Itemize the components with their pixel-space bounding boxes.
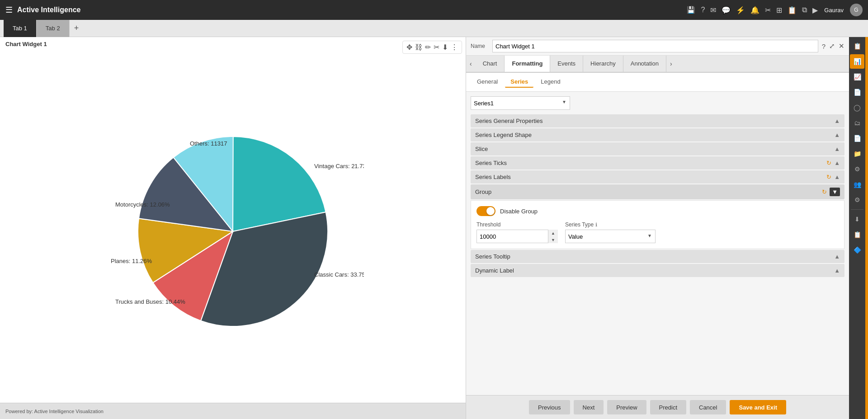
section-expand-icon[interactable]: ▼ (830, 188, 840, 196)
topbar-icons: 💾 ? ✉ 💬 ⚡ 🔔 ✂ ⊞ 📋 ⧉ ▶ (687, 6, 818, 14)
subtab-series[interactable]: Series (505, 76, 533, 88)
topbar-right: 💾 ? ✉ 💬 ⚡ 🔔 ✂ ⊞ 📋 ⧉ ▶ Gaurav G (687, 4, 863, 16)
subtab-legend[interactable]: Legend (535, 76, 566, 88)
section-series-labels[interactable]: Series Labels ↻ ▲ (471, 170, 844, 184)
layout-icon[interactable]: 📋 (788, 6, 797, 14)
add-tab-button[interactable]: + (70, 24, 84, 33)
panel-expand-icon[interactable]: ⤢ (829, 42, 835, 50)
sidebar-icon-4[interactable]: ◯ (850, 100, 864, 115)
sidebar-icon-0[interactable]: 📋 (850, 39, 864, 53)
play-icon[interactable]: ▶ (812, 6, 818, 14)
sidebar-icon-9[interactable]: 👥 (850, 177, 864, 192)
vintage-cars-label: Vintage Cars: 21.73% (314, 163, 364, 169)
previous-button[interactable]: Previous (529, 400, 570, 414)
series-type-select[interactable]: Value Percentage (565, 230, 656, 243)
tab-formatting[interactable]: Formatting (505, 56, 550, 73)
section-collapse-icon[interactable]: ▲ (834, 132, 840, 138)
edit-icon[interactable]: ✏ (425, 43, 431, 52)
panel-content: Series1 Series General Properties ▲ Seri… (466, 92, 849, 395)
section-collapse-icon[interactable]: ▲ (834, 267, 840, 274)
section-dynamic-label[interactable]: Dynamic Label ▲ (471, 264, 844, 277)
sub-tabs: General Series Legend (466, 73, 849, 92)
section-series-tooltip[interactable]: Series Tooltip ▲ (471, 250, 844, 263)
cancel-button[interactable]: Cancel (690, 400, 726, 414)
toggle-row: Disable Group (476, 206, 839, 216)
predict-button[interactable]: Predict (650, 400, 686, 414)
tab-1[interactable]: Tab 1 (4, 20, 37, 37)
panel-name-input[interactable] (492, 40, 818, 52)
section-series-legend[interactable]: Series Legend Shape ▲ (471, 128, 844, 141)
subtab-general[interactable]: General (472, 76, 503, 88)
filter-icon[interactable]: ⚡ (736, 6, 745, 14)
save-icon[interactable]: 💾 (687, 6, 695, 14)
sidebar-icon-3[interactable]: 📄 (850, 85, 864, 99)
mail-icon[interactable]: ✉ (710, 6, 716, 14)
series-type-group: Series Type ℹ Value Percentage (565, 221, 656, 243)
sidebar-icon-8[interactable]: ⚙ (850, 162, 864, 176)
others-label: Others: 11317 (190, 140, 227, 147)
classic-cars-label: Classic Cars: 33.75% (314, 271, 364, 278)
user-name: Gaurav (824, 7, 844, 14)
next-button[interactable]: Next (574, 400, 604, 414)
sidebar-icon-5[interactable]: 🗂 (850, 116, 864, 130)
tab-events[interactable]: Events (550, 56, 583, 72)
sidebar-icon-7[interactable]: 📁 (850, 146, 864, 161)
section-collapse-icon[interactable]: ▲ (834, 253, 840, 260)
section-collapse-icon[interactable]: ▲ (834, 174, 840, 180)
tab-2[interactable]: Tab 2 (37, 20, 70, 37)
move-icon[interactable]: ✥ (406, 43, 412, 52)
filter2-icon[interactable]: 🔔 (750, 6, 760, 14)
series-select[interactable]: Series1 (471, 96, 570, 110)
copy-icon[interactable]: ⧉ (802, 6, 807, 14)
save-exit-button[interactable]: Save and Exit (730, 400, 786, 414)
toggle-knob (486, 207, 495, 215)
section-series-general[interactable]: Series General Properties ▲ (471, 114, 844, 127)
info-icon: ℹ (595, 222, 597, 228)
section-series-ticks[interactable]: Series Ticks ↻ ▲ (471, 156, 844, 169)
panel-close-icon[interactable]: ✕ (839, 42, 844, 50)
tab-annotation[interactable]: Annotation (623, 56, 666, 72)
link-icon[interactable]: ⛓ (415, 43, 422, 52)
cut-icon[interactable]: ✂ (434, 43, 439, 52)
sidebar-icon-11[interactable]: ⬇ (850, 212, 864, 226)
grid-icon[interactable]: ⊞ (776, 6, 782, 14)
section-group[interactable]: Group ↻ ▼ (471, 184, 844, 199)
more-icon[interactable]: ⋮ (451, 43, 458, 52)
section-collapse-icon[interactable]: ▲ (834, 160, 840, 166)
widget-toolbar: ✥ ⛓ ✏ ✂ ⬇ ⋮ (402, 41, 462, 54)
preview-button[interactable]: Preview (607, 400, 646, 414)
disable-group-toggle[interactable] (476, 206, 495, 216)
sidebar-icon-2[interactable]: 📈 (850, 70, 864, 84)
hamburger-icon[interactable]: ☰ (5, 5, 13, 15)
refresh-icon[interactable]: ↻ (826, 174, 831, 180)
spinner-btns: ▲ ▼ (548, 230, 558, 243)
section-collapse-icon[interactable]: ▲ (834, 146, 840, 152)
refresh-icon[interactable]: ↻ (822, 188, 827, 195)
settings-icon[interactable]: ✂ (765, 6, 771, 14)
sidebar-icon-6[interactable]: 📄 (850, 131, 864, 146)
orange-edge (865, 37, 868, 419)
panel-header-icons: ? ⤢ ✕ (822, 42, 844, 50)
tab-hierarchy[interactable]: Hierarchy (583, 56, 623, 72)
section-slice[interactable]: Slice ▲ (471, 142, 844, 155)
series-select-wrapper: Series1 (471, 96, 570, 110)
panel-tab-next-icon[interactable]: › (666, 56, 676, 72)
panel-help-icon[interactable]: ? (822, 42, 826, 50)
sidebar-icon-13[interactable]: 🔷 (850, 243, 864, 257)
section-collapse-icon[interactable]: ▲ (834, 118, 840, 124)
tab-chart[interactable]: Chart (476, 56, 505, 72)
panel-footer: Previous Next Preview Predict Cancel Sav… (466, 395, 849, 419)
chat-icon[interactable]: 💬 (722, 6, 731, 14)
spinner-down[interactable]: ▼ (548, 236, 558, 243)
download-icon[interactable]: ⬇ (442, 43, 448, 52)
sidebar-icon-1[interactable]: 📊 (850, 54, 864, 69)
help-icon[interactable]: ? (701, 6, 705, 14)
threshold-input[interactable] (476, 230, 558, 243)
panel-tabs: ‹ Chart Formatting Events Hierarchy Anno… (466, 56, 849, 73)
spinner-up[interactable]: ▲ (548, 230, 558, 236)
panel-tab-prev-icon[interactable]: ‹ (466, 56, 476, 72)
sidebar-icon-12[interactable]: 📋 (850, 227, 864, 242)
toggle-label: Disable Group (500, 208, 538, 215)
refresh-icon[interactable]: ↻ (826, 160, 831, 166)
sidebar-icon-10[interactable]: ⚙ (850, 193, 864, 207)
